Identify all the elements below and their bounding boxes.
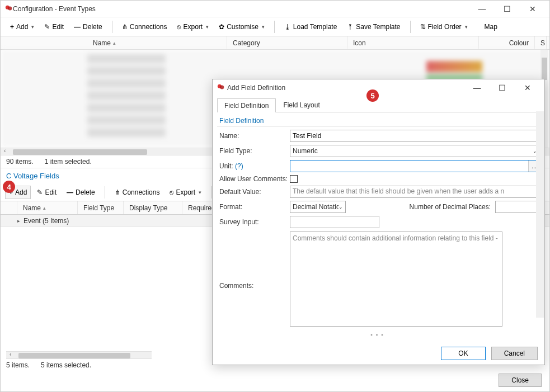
label-allow-comments: Allow User Comments: xyxy=(217,175,290,183)
app-icon xyxy=(5,4,13,13)
ok-button[interactable]: OK xyxy=(441,347,485,360)
default-value-input[interactable]: The default value that this field should… xyxy=(290,186,540,198)
field-type-select[interactable]: Numeric⌄ xyxy=(290,145,540,157)
callout-4: 4 xyxy=(3,181,15,193)
secondary-horizontal-scrollbar[interactable]: ‹ xyxy=(6,351,152,359)
label-comments: Comments: xyxy=(217,232,290,290)
load-template-button[interactable]: ⭳Load Template xyxy=(280,20,341,34)
connections-icon: ⋔ xyxy=(122,23,128,31)
chevron-right-icon[interactable]: ▸ xyxy=(17,218,20,224)
modal-footer: OK Cancel xyxy=(213,342,544,365)
svg-point-1 xyxy=(8,6,12,10)
cancel-button[interactable]: Cancel xyxy=(491,347,538,360)
pencil-icon: ✎ xyxy=(44,23,50,31)
add-button[interactable]: +Add▾ xyxy=(6,20,38,34)
col2-name[interactable]: Name▴ xyxy=(17,201,78,214)
selected-count: 1 item selected. xyxy=(45,158,92,166)
svg-point-3 xyxy=(220,85,224,89)
col2-field-type[interactable]: Field Type xyxy=(78,201,124,214)
minimize-button[interactable]: — xyxy=(469,1,495,17)
col-s[interactable]: S xyxy=(535,36,547,49)
col2-required[interactable]: Required xyxy=(182,201,216,214)
modal-tabs: Field Definition Field Layout xyxy=(217,98,540,112)
close-window-button[interactable]: ✕ xyxy=(520,1,545,17)
edit-button-2[interactable]: ✎Edit xyxy=(33,186,60,199)
export-button-2[interactable]: ⎋Export▾ xyxy=(166,186,205,199)
export-icon: ⎋ xyxy=(170,188,173,196)
col-name[interactable]: Name▴ xyxy=(87,36,227,49)
customise-button[interactable]: ✿Customise▾ xyxy=(215,20,269,34)
pencil-icon: ✎ xyxy=(37,188,43,196)
label-decimal-places: Number of Decimal Places: xyxy=(346,203,495,211)
modal-maximize-button[interactable]: ☐ xyxy=(490,80,515,96)
allow-comments-checkbox[interactable] xyxy=(290,175,298,183)
unit-input-wrap: ... xyxy=(290,160,540,172)
unit-input[interactable] xyxy=(290,160,528,172)
decimal-places-input[interactable] xyxy=(495,201,540,213)
maximize-button[interactable]: ☐ xyxy=(495,1,520,17)
format-select[interactable]: Decimal Notatic⌄ xyxy=(290,201,346,213)
col-category[interactable]: Category xyxy=(227,36,347,49)
map-button[interactable]: Map xyxy=(481,20,501,34)
window-title: Configuration - Event Types xyxy=(13,5,96,13)
chevron-down-icon: ⌄ xyxy=(339,204,343,210)
callout-5: 5 xyxy=(366,89,379,102)
export-icon: ⎋ xyxy=(177,23,181,31)
resize-grip-icon[interactable]: ▪▪▪ xyxy=(217,329,540,340)
modal-titlebar: Add Field Definition — ☐ ✕ xyxy=(213,79,544,96)
name-input[interactable] xyxy=(290,130,540,142)
label-unit: Unit: (?) xyxy=(217,162,290,170)
close-button[interactable]: Close xyxy=(499,374,542,387)
label-field-type: Field Type: xyxy=(217,147,290,155)
main-titlebar: Configuration - Event Types — ☐ ✕ xyxy=(1,1,549,17)
group-header: Field Definition xyxy=(217,112,540,126)
item-count: 90 items. xyxy=(6,158,34,166)
item-count-2: 5 items. xyxy=(6,361,30,369)
export-button[interactable]: ⎋Export▾ xyxy=(173,20,213,34)
unit-help-icon[interactable]: (?) xyxy=(235,162,243,170)
connections-icon: ⋔ xyxy=(115,188,120,196)
edit-button[interactable]: ✎Edit xyxy=(40,20,68,34)
add-field-definition-dialog: Add Field Definition — ☐ ✕ Field Definit… xyxy=(212,79,545,365)
modal-close-button[interactable]: ✕ xyxy=(515,80,540,96)
order-icon: ⇅ xyxy=(420,23,426,31)
survey-input[interactable] xyxy=(290,216,379,228)
save-icon: ⭱ xyxy=(347,23,354,31)
save-template-button[interactable]: ⭱Save Template xyxy=(343,20,404,34)
selected-count-2: 5 items selected. xyxy=(41,361,91,369)
load-icon: ⭳ xyxy=(284,23,291,31)
app-icon xyxy=(217,83,225,92)
field-order-button[interactable]: ⇅Field Order▾ xyxy=(416,20,472,34)
delete-button[interactable]: —Delete xyxy=(70,20,106,34)
label-format: Format: xyxy=(217,203,290,211)
col-icon[interactable]: Icon xyxy=(347,36,479,49)
connections-button-2[interactable]: ⋔Connections xyxy=(111,186,164,199)
tab-field-definition[interactable]: Field Definition xyxy=(217,98,276,112)
label-default-value: Default Value: xyxy=(217,188,290,196)
label-name: Name: xyxy=(217,132,290,140)
label-survey-input: Survey Input: xyxy=(217,218,290,226)
main-toolbar: +Add▾ ✎Edit —Delete ⋔Connections ⎋Export… xyxy=(1,17,549,36)
column-header: Name▴ Category Icon Colour S xyxy=(1,36,549,50)
modal-vertical-scrollbar[interactable] xyxy=(536,111,544,318)
col-colour[interactable]: Colour xyxy=(479,36,535,49)
connections-button[interactable]: ⋔Connections xyxy=(118,20,171,34)
modal-minimize-button[interactable]: — xyxy=(464,80,490,96)
tree-item-label: Event (5 Items) xyxy=(23,217,69,225)
modal-title: Add Field Definition xyxy=(227,84,285,92)
comments-textarea[interactable]: Comments should contain additional infor… xyxy=(290,232,502,327)
delete-button-2[interactable]: —Delete xyxy=(63,186,99,199)
tab-field-layout[interactable]: Field Layout xyxy=(276,98,327,112)
col2-display-type[interactable]: Display Type xyxy=(124,201,182,214)
gear-icon: ✿ xyxy=(219,23,224,31)
